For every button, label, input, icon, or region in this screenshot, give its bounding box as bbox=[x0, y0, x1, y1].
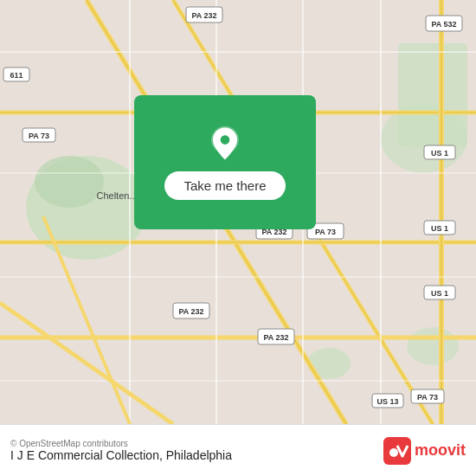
svg-text:PA 232: PA 232 bbox=[191, 11, 216, 20]
svg-point-59 bbox=[389, 448, 398, 457]
svg-point-57 bbox=[221, 135, 230, 145]
location-title: I J E Commercial Collection, Philadelphi… bbox=[10, 448, 232, 462]
svg-text:Chelten...: Chelten... bbox=[96, 190, 137, 201]
moovit-brand-text: moovit bbox=[415, 441, 466, 460]
svg-text:PA 532: PA 532 bbox=[431, 20, 456, 29]
location-pin-icon bbox=[206, 125, 244, 163]
take-me-there-button[interactable]: Take me there bbox=[164, 171, 285, 200]
location-info: © OpenStreetMap contributors I J E Comme… bbox=[10, 439, 232, 462]
svg-text:611: 611 bbox=[10, 71, 23, 80]
svg-text:US 1: US 1 bbox=[431, 224, 448, 233]
bottom-bar: © OpenStreetMap contributors I J E Comme… bbox=[0, 424, 476, 476]
osm-attribution: © OpenStreetMap contributors bbox=[10, 439, 232, 448]
svg-point-2 bbox=[35, 156, 104, 208]
svg-text:US 1: US 1 bbox=[431, 149, 448, 158]
moovit-brand-icon bbox=[383, 437, 411, 465]
svg-text:US 13: US 13 bbox=[376, 397, 398, 406]
location-card: Take me there bbox=[134, 95, 316, 229]
moovit-logo: moovit bbox=[383, 437, 466, 465]
svg-point-6 bbox=[407, 327, 459, 365]
map-container: PA 232 PA 232 PA 232 PA 232 PA 73 PA 73 … bbox=[0, 0, 476, 424]
svg-text:PA 232: PA 232 bbox=[263, 333, 288, 342]
svg-text:PA 73: PA 73 bbox=[29, 132, 49, 140]
svg-text:PA 73: PA 73 bbox=[315, 228, 336, 236]
svg-text:PA 73: PA 73 bbox=[417, 393, 438, 402]
svg-text:PA 232: PA 232 bbox=[178, 307, 203, 316]
svg-text:US 1: US 1 bbox=[431, 289, 448, 298]
